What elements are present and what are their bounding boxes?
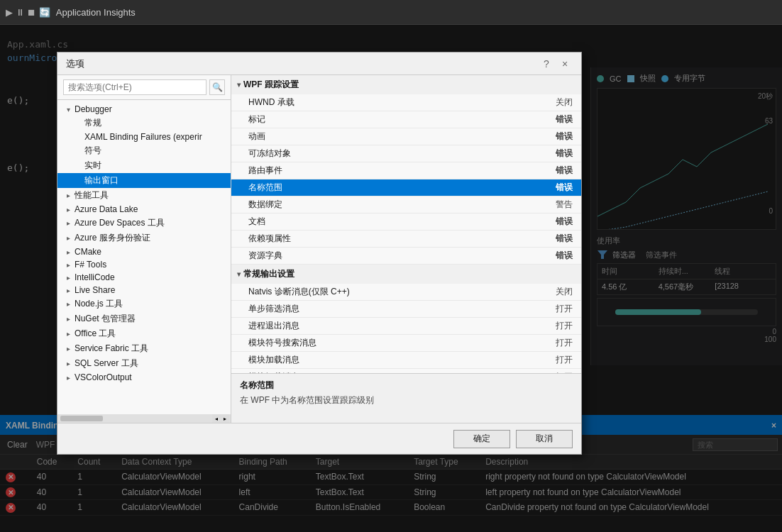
tree-item-xaml-binding[interactable]: XAML Binding Failures (experir: [57, 131, 231, 143]
row-value-wpf-3: 错误: [556, 148, 573, 160]
row-value-gen-0: 关闭: [556, 286, 573, 298]
row-label-gen-3: 模块符号搜索消息: [248, 337, 556, 349]
wpf-row-8[interactable]: 依赖项属性错误: [231, 231, 581, 248]
tree-item-general[interactable]: 常规: [57, 116, 231, 131]
tree-expand-azure-data-lake: [63, 206, 73, 214]
tree-expand-nuget-manager: [63, 315, 73, 323]
wpf-row-1[interactable]: 标记错误: [231, 111, 581, 128]
tree-label-fsharp-tools: F# Tools: [75, 260, 106, 270]
tree-item-nuget-manager[interactable]: NuGet 包管理器: [57, 311, 231, 326]
tree-label-live-share: Live Share: [75, 285, 115, 295]
dialog-settings-panel: ▾WPF 跟踪设置HWND 承载关闭标记错误动画错误可冻结对象错误路由事件错误名…: [231, 75, 581, 423]
wpf-row-2[interactable]: 动画错误: [231, 128, 581, 145]
tree-item-debugger[interactable]: Debugger: [57, 103, 231, 116]
search-box: 🔍: [57, 75, 231, 100]
row-value-wpf-7: 错误: [556, 216, 573, 228]
toolbar-icons: ▶ ⏸ ⏹ 🔄: [6, 7, 50, 18]
dialog-titlebar: 选项 ? ×: [57, 52, 581, 75]
tree-item-nodejs-tools[interactable]: Node.js 工具: [57, 297, 231, 311]
wpf-row-4[interactable]: 路由事件错误: [231, 162, 581, 179]
tree-item-azure-service-auth[interactable]: Azure 服务身份验证: [57, 231, 231, 245]
row-label-wpf-5: 名称范围: [248, 182, 556, 194]
tree-expand-perf-tools: [63, 192, 73, 199]
wpf-row-0[interactable]: HWND 承载关闭: [231, 94, 581, 111]
tree-item-output-window[interactable]: 输出窗口: [57, 173, 231, 188]
wpf-row-6[interactable]: 数据绑定警告: [231, 196, 581, 214]
row-value-gen-1: 打开: [556, 303, 573, 315]
tree-label-nuget-manager: NuGet 包管理器: [75, 313, 136, 325]
tree-expand-azure-dev-spaces: [63, 219, 73, 227]
tree-scrollbar[interactable]: ◂ ▸: [57, 414, 231, 423]
dialog-controls: ? ×: [539, 56, 573, 72]
gen-row-1[interactable]: 单步筛选消息打开: [231, 301, 581, 318]
description-text: 在 WPF 中为名称范围设置跟踪级别: [240, 394, 573, 406]
row-value-wpf-1: 错误: [556, 113, 573, 126]
tree-item-azure-dev-spaces[interactable]: Azure Dev Spaces 工具: [57, 216, 231, 231]
row-label-wpf-6: 数据绑定: [248, 199, 556, 211]
tree-item-azure-data-lake[interactable]: Azure Data Lake: [57, 203, 231, 216]
cancel-button[interactable]: 取消: [516, 430, 573, 448]
general-section-header[interactable]: ▾常规输出设置: [231, 265, 581, 284]
dialog-title: 选项: [66, 57, 84, 70]
tree-item-cmake[interactable]: CMake: [57, 245, 231, 258]
tree-item-realtime[interactable]: 实时: [57, 158, 231, 173]
row-label-wpf-2: 动画: [248, 131, 556, 143]
general-section-title: 常规输出设置: [243, 268, 294, 280]
tree-expand-cmake: [63, 248, 73, 256]
tree-item-live-share[interactable]: Live Share: [57, 284, 231, 297]
tree-item-intellicode[interactable]: IntelliCode: [57, 271, 231, 284]
top-bar: ▶ ⏸ ⏹ 🔄 Application Insights: [0, 0, 782, 25]
tree-item-service-fabric[interactable]: Service Fabric 工具: [57, 341, 231, 356]
row-label-gen-1: 单步筛选消息: [248, 303, 556, 315]
tree-item-vscolor-output[interactable]: VSColorOutput: [57, 371, 231, 384]
wpf-row-5[interactable]: 名称范围错误: [231, 179, 581, 196]
tree-item-office-tools[interactable]: Office 工具: [57, 326, 231, 341]
options-search-button[interactable]: 🔍: [209, 79, 225, 95]
scroll-left-btn[interactable]: ◂: [212, 414, 221, 423]
tree-label-general: 常规: [84, 117, 101, 129]
tree-label-output-window: 输出窗口: [84, 174, 119, 187]
tree-label-office-tools: Office 工具: [75, 328, 116, 340]
row-value-gen-3: 打开: [556, 337, 573, 349]
wpf-row-3[interactable]: 可冻结对象错误: [231, 145, 581, 162]
dialog-footer: 确定 取消: [57, 423, 581, 454]
tree-expand-service-fabric: [63, 345, 73, 353]
tree-item-symbol[interactable]: 符号: [57, 143, 231, 158]
gen-row-2[interactable]: 进程退出消息打开: [231, 318, 581, 335]
tree-expand-debugger: [63, 106, 73, 113]
row-label-wpf-1: 标记: [248, 113, 556, 126]
help-button[interactable]: ?: [539, 56, 554, 72]
tree-item-perf-tools[interactable]: 性能工具: [57, 188, 231, 203]
dialog-tree-panel: 🔍 Debugger常规XAML Binding Failures (exper…: [57, 75, 231, 423]
wpf-arrow: ▾: [237, 81, 241, 89]
wpf-section-header[interactable]: ▾WPF 跟踪设置: [231, 75, 581, 94]
gen-row-0[interactable]: Natvis 诊断消息(仅限 C++)关闭: [231, 284, 581, 301]
tree-label-azure-dev-spaces: Azure Dev Spaces 工具: [75, 217, 165, 229]
dialog-body: 🔍 Debugger常规XAML Binding Failures (exper…: [57, 75, 581, 423]
description-area: 名称范围 在 WPF 中为名称范围设置跟踪级别: [231, 373, 581, 423]
gen-row-3[interactable]: 模块符号搜索消息打开: [231, 335, 581, 352]
tree-expand-fsharp-tools: [63, 261, 73, 269]
row-value-wpf-0: 关闭: [556, 96, 573, 109]
row-label-wpf-7: 文档: [248, 216, 556, 228]
wpf-row-7[interactable]: 文档错误: [231, 214, 581, 231]
row-value-wpf-4: 错误: [556, 165, 573, 177]
wpf-row-9[interactable]: 资源字典错误: [231, 248, 581, 265]
description-title: 名称范围: [240, 379, 573, 392]
row-label-gen-2: 进程退出消息: [248, 320, 556, 332]
tree-container: Debugger常规XAML Binding Failures (experir…: [57, 100, 231, 414]
tree-item-sql-server[interactable]: SQL Server 工具: [57, 356, 231, 371]
scroll-right-btn[interactable]: ▸: [221, 414, 229, 423]
gen-row-4[interactable]: 模块加载消息打开: [231, 352, 581, 369]
tree-expand-live-share: [63, 287, 73, 294]
row-value-wpf-6: 警告: [556, 199, 573, 211]
close-button[interactable]: ×: [557, 56, 573, 72]
tree-label-symbol: 符号: [84, 145, 101, 157]
confirm-button[interactable]: 确定: [453, 430, 510, 448]
options-search-input[interactable]: [63, 79, 206, 95]
tree-expand-office-tools: [63, 330, 73, 338]
tree-item-fsharp-tools[interactable]: F# Tools: [57, 258, 231, 271]
ide-area: App.xaml.cs ournMicro_Cal... e(); e(); G…: [0, 25, 782, 532]
tree-label-intellicode: IntelliCode: [75, 272, 115, 282]
row-value-wpf-9: 错误: [556, 250, 573, 262]
